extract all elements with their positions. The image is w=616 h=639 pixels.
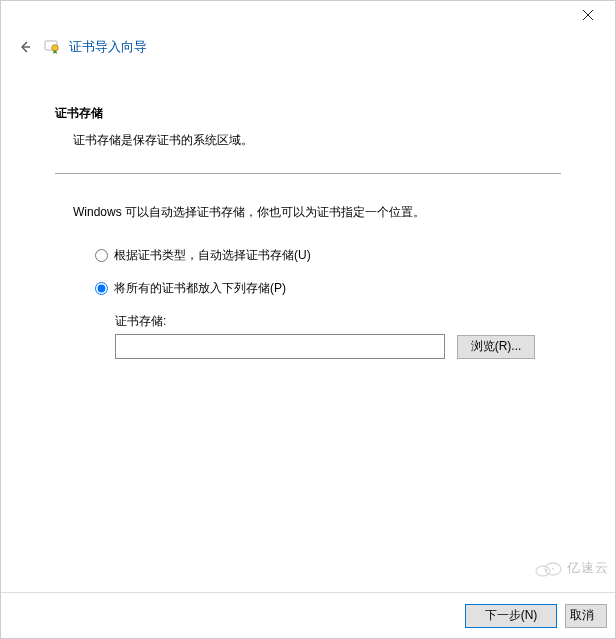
window-close-button[interactable] xyxy=(565,2,611,28)
watermark: 亿速云 xyxy=(533,558,609,578)
svg-point-8 xyxy=(552,568,554,570)
svg-point-4 xyxy=(52,45,58,51)
store-input[interactable] xyxy=(115,334,445,359)
prompt-text: Windows 可以自动选择证书存储，你也可以为证书指定一个位置。 xyxy=(73,204,561,221)
radio-auto-input[interactable] xyxy=(95,249,108,262)
radio-manual-select[interactable]: 将所有的证书都放入下列存储(P) xyxy=(95,280,561,297)
radio-auto-label: 根据证书类型，自动选择证书存储(U) xyxy=(114,247,311,264)
radio-manual-label: 将所有的证书都放入下列存储(P) xyxy=(114,280,286,297)
separator xyxy=(55,173,561,174)
section-heading: 证书存储 xyxy=(55,105,561,122)
section-description: 证书存储是保存证书的系统区域。 xyxy=(73,132,561,149)
back-button[interactable] xyxy=(15,37,35,57)
svg-point-7 xyxy=(546,569,548,571)
close-icon xyxy=(583,10,593,20)
radio-auto-select[interactable]: 根据证书类型，自动选择证书存储(U) xyxy=(95,247,561,264)
svg-point-5 xyxy=(536,566,550,576)
svg-point-6 xyxy=(545,563,561,575)
watermark-text: 亿速云 xyxy=(567,559,609,577)
back-arrow-icon xyxy=(18,40,32,54)
cloud-icon xyxy=(533,558,563,578)
next-button[interactable]: 下一步(N) xyxy=(465,604,557,628)
wizard-title: 证书导入向导 xyxy=(69,38,147,56)
certificate-icon xyxy=(43,38,61,56)
radio-manual-input[interactable] xyxy=(95,282,108,295)
store-label: 证书存储: xyxy=(115,313,561,330)
browse-button[interactable]: 浏览(R)... xyxy=(457,335,535,359)
cancel-button[interactable]: 取消 xyxy=(565,604,607,628)
